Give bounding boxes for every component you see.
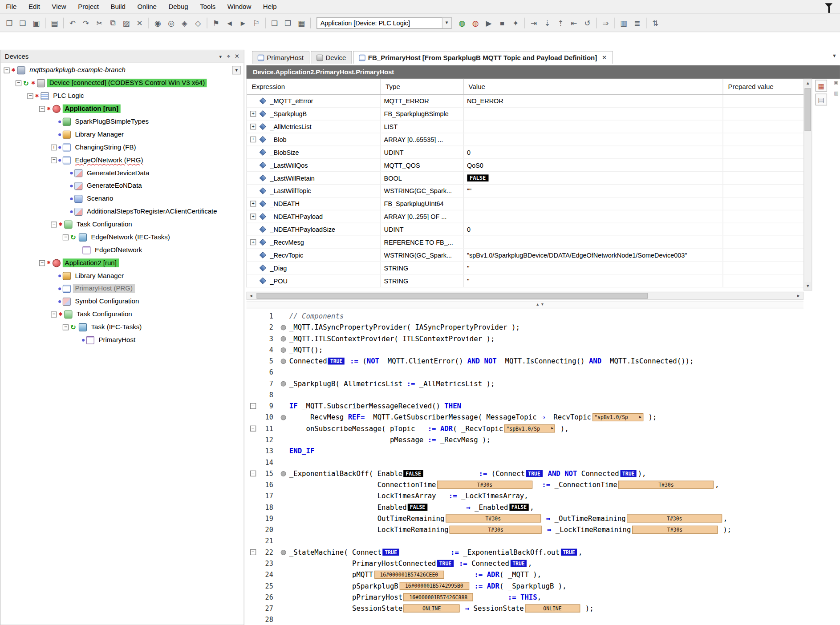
value-cell[interactable]: '' <box>464 262 723 274</box>
prepared-value-cell[interactable] <box>723 159 803 171</box>
login-icon[interactable]: ◍ <box>456 16 468 29</box>
collapse-icon[interactable]: − <box>4 67 9 73</box>
sidebar-item-edgefnetwork-iec-tasks[interactable]: −↻EdgefNetwork (IEC-Tasks) <box>0 231 243 244</box>
expression-cell[interactable]: _LastWillQos <box>247 159 381 171</box>
sidebar-item-symbol-configuration[interactable]: Symbol Configuration <box>0 295 243 308</box>
menu-project[interactable]: Project <box>72 0 105 13</box>
tab-close-icon[interactable]: ✕ <box>602 54 607 61</box>
menu-edit[interactable]: Edit <box>23 0 46 13</box>
prepared-value-cell[interactable] <box>723 198 803 210</box>
export-icon[interactable]: ❏ <box>268 16 281 29</box>
run-icon[interactable]: ▶ <box>483 16 495 29</box>
collapse-icon[interactable]: − <box>51 157 57 163</box>
breakpoint-dot-icon[interactable] <box>281 415 286 420</box>
value-cell[interactable] <box>464 133 723 146</box>
find-icon[interactable]: ◉ <box>152 16 164 29</box>
sidebar-item-library-manager[interactable]: Library Manager <box>0 128 243 141</box>
pane-splitter[interactable]: ▲▼ <box>247 301 804 308</box>
monitored-value-box[interactable]: T#30s <box>446 514 541 522</box>
value-cell[interactable]: NO_ERROR <box>464 95 723 107</box>
collapse-icon[interactable]: − <box>39 260 45 266</box>
table-row[interactable]: _POUSTRING'' <box>247 274 803 287</box>
collapse-icon[interactable]: − <box>51 311 57 317</box>
prepared-value-cell[interactable] <box>723 121 803 133</box>
scroll-left-icon[interactable]: ◄ <box>247 292 255 299</box>
sidebar-item-sparkplugbsimpletypes[interactable]: SparkPlugBSimpleTypes <box>0 115 243 128</box>
edge-icon-1[interactable]: ▣ <box>834 80 838 85</box>
breakpoint-dot-icon[interactable] <box>281 549 286 555</box>
menu-debug[interactable]: Debug <box>162 0 194 13</box>
table-row[interactable]: _MQTT_eErrorMQTT_ERRORNO_ERROR <box>247 95 803 108</box>
sidebar-item-task-configuration[interactable]: −✱Task Configuration <box>0 218 243 231</box>
print-icon[interactable]: ▤ <box>48 16 61 29</box>
panel-menu-icon[interactable]: ▼ <box>219 55 223 60</box>
menu-tools[interactable]: Tools <box>194 0 222 13</box>
table-row[interactable]: +_BlobARRAY [0..65535] ... <box>247 133 803 146</box>
scrollbar-thumb[interactable] <box>256 293 647 298</box>
build-icon[interactable]: ▦ <box>295 16 308 29</box>
sidebar-item-application2-run[interactable]: −✱Application2 [run] <box>0 256 243 269</box>
chevron-down-icon[interactable]: ▼ <box>442 17 451 28</box>
monitored-value-box[interactable]: 16#000001B5742995B0 <box>399 582 469 590</box>
tab-primaryhost[interactable]: PrimaryHost <box>252 51 310 64</box>
flow-control-icon[interactable]: ≣ <box>631 16 644 29</box>
breakpoint-dot-icon[interactable] <box>281 325 286 330</box>
menu-file[interactable]: File <box>0 0 23 13</box>
pin-icon[interactable]: ⌖ <box>227 53 230 60</box>
fold-toggle-icon[interactable]: − <box>250 403 256 409</box>
monitored-value-box[interactable]: ONLINE <box>404 605 460 613</box>
collapse-icon[interactable]: − <box>39 106 45 112</box>
value-cell[interactable]: 0 <box>464 146 723 159</box>
sidebar-item-device-connected-codesys-control-win-v3-x64[interactable]: −↻✱Device [connected] (CODESYS Control W… <box>0 77 243 89</box>
breakpoint-dot-icon[interactable] <box>281 336 286 341</box>
expression-cell[interactable]: _POU <box>247 274 381 287</box>
expand-icon[interactable]: + <box>250 111 256 117</box>
expression-cell[interactable]: _RecvTopic <box>247 249 381 262</box>
table-row[interactable]: _NDEATHPayloadSizeUDINT0 <box>247 223 803 236</box>
new-pou-icon[interactable]: ❐ <box>282 16 294 29</box>
monitored-value-box[interactable]: T#30s <box>437 481 532 489</box>
column-header-expression[interactable]: Expression <box>247 79 381 94</box>
undo-icon[interactable]: ↶ <box>66 16 79 29</box>
menu-view[interactable]: View <box>46 0 72 13</box>
expression-cell[interactable]: _NDEATHPayloadSize <box>247 223 381 236</box>
find-replace-icon[interactable]: ◈ <box>179 16 191 29</box>
sidebar-item-edgeofnetwork[interactable]: EdgeOfNetwork <box>0 244 243 257</box>
expand-icon[interactable]: + <box>51 144 57 150</box>
expression-cell[interactable]: _LastWillTopic <box>247 185 381 197</box>
expression-cell[interactable]: _BlobSize <box>247 146 381 159</box>
value-cell[interactable] <box>464 236 723 249</box>
sidebar-item-edgeofnetwork-prg[interactable]: −EdgeOfNetwork (PRG) <box>0 153 243 166</box>
fold-toggle-icon[interactable]: − <box>250 471 256 476</box>
sidebar-item-scenario[interactable]: Scenario <box>0 192 243 205</box>
view-grid-icon[interactable]: ▥ <box>618 16 630 29</box>
redo-icon[interactable]: ↷ <box>80 16 92 29</box>
close-icon[interactable]: ✕ <box>235 53 239 60</box>
logout-icon[interactable]: ◍ <box>469 16 482 29</box>
monitored-value-box[interactable]: T#30s <box>627 514 722 522</box>
prepared-value-cell[interactable] <box>723 236 803 249</box>
monitored-value-box[interactable]: 16#000001B57426C888 <box>404 593 473 601</box>
step-into-icon[interactable]: ⇣ <box>541 16 553 29</box>
expand-icon[interactable]: + <box>250 137 256 142</box>
sidebar-item-task-configuration[interactable]: −✱Task Configuration <box>0 308 243 321</box>
expand-arrow-icon[interactable]: ▶ <box>551 425 553 432</box>
table-row[interactable]: +_AllMetricsListLIST <box>247 121 803 133</box>
collapse-icon[interactable]: − <box>63 324 69 330</box>
collapse-icon[interactable]: − <box>63 234 69 240</box>
menu-window[interactable]: Window <box>222 0 257 13</box>
value-cell[interactable]: "" <box>464 185 723 197</box>
monitored-value-box[interactable]: "spBv1.0/Sp▶ <box>592 413 643 421</box>
value-cell[interactable]: 0 <box>464 223 723 236</box>
edge-icon-2[interactable]: ▥ <box>834 90 838 96</box>
scroll-right-icon[interactable]: ► <box>795 292 803 299</box>
cut-icon[interactable]: ✂ <box>93 16 106 29</box>
expression-cell[interactable]: +_NDEATHPayload <box>247 210 381 223</box>
prepared-value-cell[interactable] <box>723 185 803 197</box>
sidebar-item-plc-logic[interactable]: −✱PLC Logic <box>0 89 243 102</box>
expression-cell[interactable]: +_Blob <box>247 133 381 146</box>
sidebar-item-task-iec-tasks[interactable]: −↻Task (IEC-Tasks) <box>0 321 243 334</box>
tab-overflow-icon[interactable]: ▼ <box>832 53 837 58</box>
declaration-view-icon[interactable]: ▦ <box>816 80 827 91</box>
value-cell[interactable] <box>464 121 723 133</box>
